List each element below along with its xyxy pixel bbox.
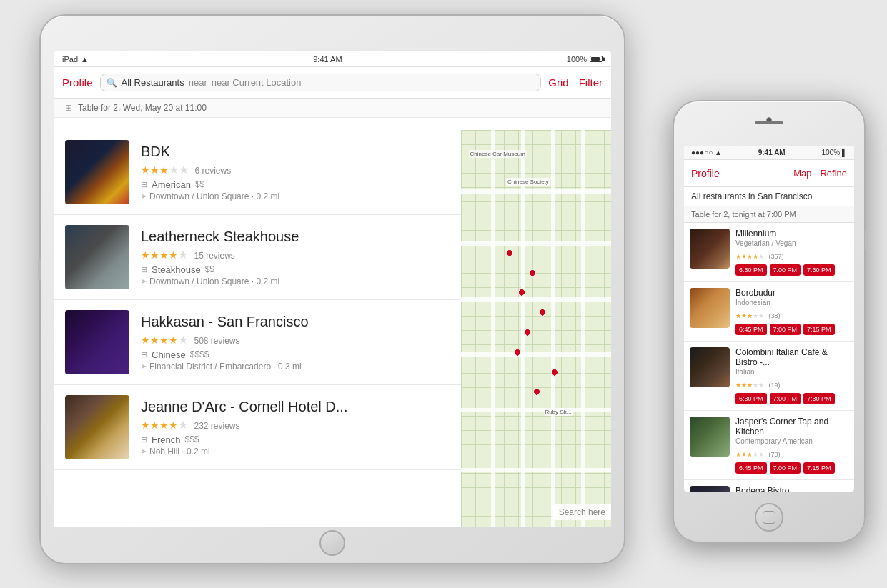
map-road: [521, 130, 525, 527]
iphone-time-slot[interactable]: 6:45 PM: [735, 324, 767, 335]
iphone-speaker: [755, 121, 783, 124]
iphone-power-button[interactable]: [865, 230, 867, 250]
restaurant-name: Hakkasan - San Francisco: [141, 314, 470, 330]
iphone-time-slot[interactable]: 7:30 PM: [803, 264, 835, 276]
half-star: ★: [169, 164, 179, 176]
iphone-time-slot[interactable]: 7:00 PM: [770, 264, 801, 276]
iphone-time-slot[interactable]: 7:15 PM: [803, 462, 835, 474]
iphone-time-slots: 6:30 PM 7:00 PM 7:30 PM: [735, 264, 848, 276]
iphone-star-icon: ★★★: [735, 451, 753, 458]
ipad-filter-button[interactable]: Filter: [579, 76, 603, 89]
ipad-profile-button[interactable]: Profile: [62, 76, 93, 89]
iphone-time-slot[interactable]: 7:00 PM: [770, 462, 801, 474]
iphone-time-slot[interactable]: 7:30 PM: [803, 393, 835, 404]
map-road: [461, 297, 611, 302]
price-label: $$$$: [190, 349, 209, 359]
ipad-search-bar[interactable]: 🔍 All Restaurants near near Current Loca…: [100, 74, 542, 91]
iphone-status-right: 100% ▌: [822, 149, 847, 156]
star-icon: ★★★★: [141, 419, 178, 431]
price-label: $$: [205, 264, 214, 274]
half-star: ★: [178, 334, 188, 346]
iphone-search-city: in San Francisco: [748, 191, 812, 201]
restaurant-meta: ⊞ Chinese $$$$: [141, 349, 470, 360]
cuisine-icon: ⊞: [141, 265, 147, 274]
restaurant-info: Jeanne D'Arc - Cornell Hotel D... ★★★★★ …: [141, 399, 470, 457]
iphone-restaurant-name: Bodega Bistro: [735, 486, 848, 492]
review-count: 508 reviews: [194, 336, 239, 346]
iphone-search-restaurants-row[interactable]: All restaurants in San Francisco: [684, 187, 854, 206]
restaurant-location: ➤ Nob Hill · 0.2 mi: [141, 447, 470, 457]
iphone-time-slot[interactable]: 7:00 PM: [770, 393, 801, 404]
restaurant-info: BDK ★★★★★ 6 reviews ⊞ American $$ ➤ Down…: [141, 144, 470, 201]
ipad-status-right: 100%: [567, 55, 603, 64]
iphone-item-info: Borobudur Indonesian ★★★★★ (38) 6:45 PM …: [735, 288, 848, 335]
location-text: Financial District / Embarcadero · 0.3 m…: [149, 362, 302, 372]
iphone-time: 9:41 AM: [758, 149, 786, 156]
ipad-screen: iPad ▲ 9:41 AM 100% Profile 🔍 All Restau…: [54, 51, 611, 527]
restaurant-stars-row: ★★★★★ 15 reviews: [141, 248, 470, 261]
map-search-here-button[interactable]: Search here: [553, 504, 611, 520]
cuisine-icon: ⊞: [141, 435, 147, 444]
restaurant-location: ➤ Financial District / Embarcadero · 0.3…: [141, 362, 470, 372]
ipad-side-button[interactable]: [38, 259, 41, 280]
iphone-restaurant-thumbnail: [690, 288, 730, 328]
list-item: Bodega Bistro Vietnamese ★★★★★ 6:45 PM 7…: [684, 480, 854, 492]
ipad-subtitle-text: Table for 2, Wed, May 20 at 11:00: [78, 103, 207, 113]
iphone-item-info: Bodega Bistro Vietnamese ★★★★★ 6:45 PM 7…: [735, 486, 848, 492]
cuisine-label: French: [152, 434, 180, 445]
map-road: [551, 130, 555, 527]
iphone-map-button[interactable]: Map: [793, 168, 811, 179]
review-count: 6 reviews: [194, 166, 231, 176]
iphone-time-slot[interactable]: 6:30 PM: [735, 264, 767, 276]
iphone-star-icon: ★★★: [735, 382, 753, 389]
restaurant-meta: ⊞ French $$$: [141, 434, 470, 445]
restaurant-name: Jeanne D'Arc - Cornell Hotel D...: [141, 399, 470, 415]
iphone-profile-button[interactable]: Profile: [691, 168, 720, 179]
iphone-restaurant-type: Italian: [735, 368, 848, 376]
iphone-stars-row: ★★★★★ (19): [735, 377, 848, 390]
iphone-refine-button[interactable]: Refine: [820, 168, 847, 179]
restaurant-stars-row: ★★★★★ 6 reviews: [141, 163, 470, 176]
restaurant-thumbnail: [65, 140, 129, 204]
ipad-subtitle-bar: ⊞ Table for 2, Wed, May 20 at 11:00: [54, 99, 611, 118]
ipad-map[interactable]: Chinese Car Museum Chinese Society Ruby …: [461, 130, 611, 527]
ipad-grid-button[interactable]: Grid: [548, 76, 568, 89]
iphone-star-icon: ★★★★: [735, 253, 758, 260]
iphone-status-left: ●●●○○ ▲: [691, 149, 722, 156]
empty-star: ★: [179, 164, 189, 176]
list-item: Millennium Vegetarian / Vegan ★★★★★ (357…: [684, 223, 854, 282]
iphone-restaurant-thumbnail: [690, 417, 730, 457]
iphone-review-count: (38): [768, 312, 780, 319]
map-road: [461, 408, 611, 412]
iphone-restaurant-list: Millennium Vegetarian / Vegan ★★★★★ (357…: [684, 223, 854, 492]
location-arrow-icon: ➤: [141, 447, 147, 455]
half-star: ★: [178, 249, 188, 261]
ipad-battery-icon: [590, 56, 603, 62]
iphone-device: ●●●○○ ▲ 9:41 AM 100% ▌ Profile Map Refin…: [673, 100, 866, 543]
iphone-time-slot[interactable]: 6:30 PM: [735, 393, 767, 404]
iphone-stars-row: ★★★★★ (78): [735, 447, 848, 459]
ipad-home-button[interactable]: [319, 530, 345, 556]
iphone-restaurant-thumbnail: [690, 229, 730, 269]
restaurant-thumbnail: [65, 225, 129, 289]
ipad-search-bold: All Restaurants: [122, 77, 184, 88]
restaurant-thumbnail: [65, 310, 129, 374]
iphone-vol-up[interactable]: [671, 173, 673, 187]
price-label: $$$: [184, 434, 199, 444]
restaurant-stars-row: ★★★★★ 508 reviews: [141, 333, 470, 347]
ipad-status-left: iPad ▲: [62, 55, 89, 64]
iphone-date-text: Table for 2, tonight at 7:00 PM: [691, 210, 796, 219]
iphone-home-button[interactable]: [755, 503, 783, 532]
iphone-time-slot[interactable]: 7:15 PM: [803, 324, 835, 335]
ipad-search-icon: 🔍: [106, 78, 117, 88]
iphone-time-slot[interactable]: 7:00 PM: [770, 324, 801, 335]
iphone-stars-row: ★★★★★ (38): [735, 308, 848, 321]
ipad-toolbar-right: Grid Filter: [548, 76, 603, 89]
ipad-status-bar: iPad ▲ 9:41 AM 100%: [54, 51, 611, 67]
iphone-star-icon: ★★★: [735, 312, 753, 319]
iphone-time-slot[interactable]: 6:45 PM: [735, 462, 767, 474]
map-label: Chinese Car Museum: [469, 150, 527, 158]
iphone-review-count: (357): [768, 253, 783, 260]
iphone-restaurant-thumbnail: [690, 347, 730, 387]
iphone-vol-down[interactable]: [671, 194, 673, 209]
